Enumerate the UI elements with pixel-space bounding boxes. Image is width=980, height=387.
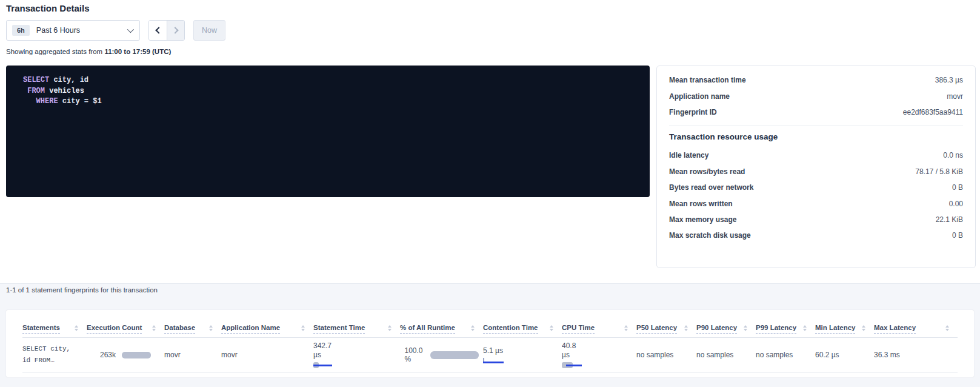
cpu-time-value: 40.8 <box>562 342 576 351</box>
next-interval-button[interactable] <box>167 21 184 40</box>
sort-icon[interactable] <box>744 325 747 333</box>
column-header-label: Database <box>164 324 195 334</box>
cell-p90-latency: no samples <box>696 338 756 372</box>
resource-label: Max memory usage <box>669 215 736 224</box>
runtime-pct-value: 100.0 <box>404 346 422 355</box>
statement-text-line: id FROM… <box>22 355 55 366</box>
column-header-p50-latency[interactable]: P50 Latency <box>636 324 696 337</box>
page-title: Transaction Details <box>6 3 90 13</box>
sql-keyword: FROM <box>27 87 45 95</box>
time-range-label: Past 6 Hours <box>36 26 127 35</box>
column-header-execution-count[interactable]: Execution Count <box>87 324 164 337</box>
cpu-time-unit: µs <box>562 351 570 360</box>
summary-label: Application name <box>669 92 730 101</box>
now-button[interactable]: Now <box>193 20 225 41</box>
resource-usage-section-title: Transaction resource usage <box>669 132 963 141</box>
column-header-p99-latency[interactable]: P99 Latency <box>756 324 815 337</box>
sql-line: SELECT city, id <box>23 76 88 84</box>
cell-database: movr <box>164 338 221 372</box>
cell-contention-time: 5.1 µs <box>483 338 562 372</box>
resource-label: Mean rows written <box>669 200 733 208</box>
statement-row: SELECT city, id FROM… 263k movr movr 342… <box>22 338 958 372</box>
sort-icon[interactable] <box>75 325 78 333</box>
sort-icon[interactable] <box>471 325 475 333</box>
resource-value: 0 B <box>952 231 963 240</box>
cell-runtime-pct: 100.0 % <box>400 338 483 372</box>
sql-keyword: WHERE <box>36 97 58 106</box>
statements-section: 1-1 of 1 statement fingerprints for this… <box>0 284 980 387</box>
column-header--of-all-runtime[interactable]: % of All Runtime <box>400 324 483 337</box>
column-header-min-latency[interactable]: Min Latency <box>815 324 874 337</box>
resource-row-mean-rows-written: Mean rows written 0.00 <box>669 195 963 211</box>
column-header-label: Min Latency <box>815 324 855 334</box>
resource-value: 0 B <box>952 183 963 192</box>
column-header-statement-time[interactable]: Statement Time <box>313 324 400 337</box>
column-header-label: Contention Time <box>483 324 538 334</box>
summary-label: Fingerprint ID <box>669 108 717 116</box>
cell-p50-latency: no samples <box>636 338 696 372</box>
sql-line: WHERE city = $1 <box>23 97 102 106</box>
sort-icon[interactable] <box>301 325 305 333</box>
transaction-summary-card: Mean transaction time 386.3 µs Applicati… <box>656 66 976 268</box>
sort-icon[interactable] <box>388 325 392 333</box>
statements-count-caption: 1-1 of 1 statement fingerprints for this… <box>6 286 158 294</box>
column-header-application-name[interactable]: Application Name <box>221 324 313 337</box>
statement-time-unit: µs <box>313 351 321 360</box>
summary-row-fingerprint-id: Fingerprint ID ee2df683f5aa9411 <box>669 104 963 120</box>
chevron-down-icon <box>127 26 134 33</box>
statement-time-bar <box>313 362 338 368</box>
sort-icon[interactable] <box>152 325 156 333</box>
column-header-label: % of All Runtime <box>400 324 455 334</box>
resource-row-mean-rows-bytes-read: Mean rows/bytes read 78.17 / 5.8 KiB <box>669 164 963 180</box>
column-header-database[interactable]: Database <box>164 324 221 337</box>
column-header-label: P50 Latency <box>636 324 677 334</box>
time-range-badge: 6h <box>12 25 30 36</box>
sort-icon[interactable] <box>803 325 807 333</box>
resource-label: Max scratch disk usage <box>669 231 751 240</box>
time-range-dropdown[interactable]: 6h Past 6 Hours <box>6 20 140 41</box>
statement-time-value: 342.7 <box>313 342 332 351</box>
resource-row-idle-latency: Idle latency 0.0 ns <box>669 147 963 163</box>
runtime-pct-bar <box>430 351 479 359</box>
sort-icon[interactable] <box>624 325 628 333</box>
column-header-cpu-time[interactable]: CPU Time <box>562 324 636 337</box>
column-header-statements[interactable]: Statements <box>22 324 87 337</box>
column-header-p90-latency[interactable]: P90 Latency <box>696 324 756 337</box>
column-header-label: P90 Latency <box>696 324 737 334</box>
sort-icon[interactable] <box>945 325 949 333</box>
application-name-value: movr <box>221 351 238 359</box>
sql-keyword: SELECT <box>23 76 49 84</box>
resource-row-bytes-read-over-network: Bytes read over network 0 B <box>669 180 963 195</box>
statement-text-line: SELECT city, <box>22 343 70 355</box>
cell-application-name: movr <box>221 338 313 372</box>
resource-label: Idle latency <box>669 151 708 160</box>
cell-statement[interactable]: SELECT city, id FROM… <box>22 338 87 372</box>
sort-icon[interactable] <box>550 325 553 333</box>
time-step-buttons <box>148 20 185 41</box>
cell-p99-latency: no samples <box>756 338 815 372</box>
summary-row-mean-transaction-time: Mean transaction time 386.3 µs <box>669 72 963 88</box>
max-latency-value: 36.3 ms <box>874 351 900 359</box>
summary-value: 386.3 µs <box>935 76 963 84</box>
sort-icon[interactable] <box>684 325 688 333</box>
cell-execution-count: 263k <box>87 338 164 372</box>
cpu-time-bar <box>562 362 586 368</box>
chevron-right-icon <box>172 27 178 33</box>
cell-cpu-time: 40.8 µs <box>562 338 636 372</box>
sort-icon[interactable] <box>862 325 865 333</box>
summary-label: Mean transaction time <box>669 76 746 84</box>
column-header-label: Execution Count <box>87 324 142 334</box>
runtime-pct-unit: % <box>404 355 422 364</box>
resource-label: Mean rows/bytes read <box>669 167 745 176</box>
column-header-max-latency[interactable]: Max Latency <box>874 324 958 337</box>
caption-range: 11:00 to 17:59 (UTC) <box>104 48 171 55</box>
sql-line: FROM vehicles <box>23 87 84 95</box>
sort-icon[interactable] <box>209 325 213 333</box>
statements-table-header: StatementsExecution CountDatabaseApplica… <box>22 310 958 338</box>
column-header-contention-time[interactable]: Contention Time <box>483 324 562 337</box>
column-header-label: CPU Time <box>562 324 595 334</box>
contention-time-bar <box>483 358 505 364</box>
summary-divider <box>669 126 963 126</box>
cell-statement-time: 342.7 µs <box>313 338 400 372</box>
previous-interval-button[interactable] <box>149 21 167 40</box>
